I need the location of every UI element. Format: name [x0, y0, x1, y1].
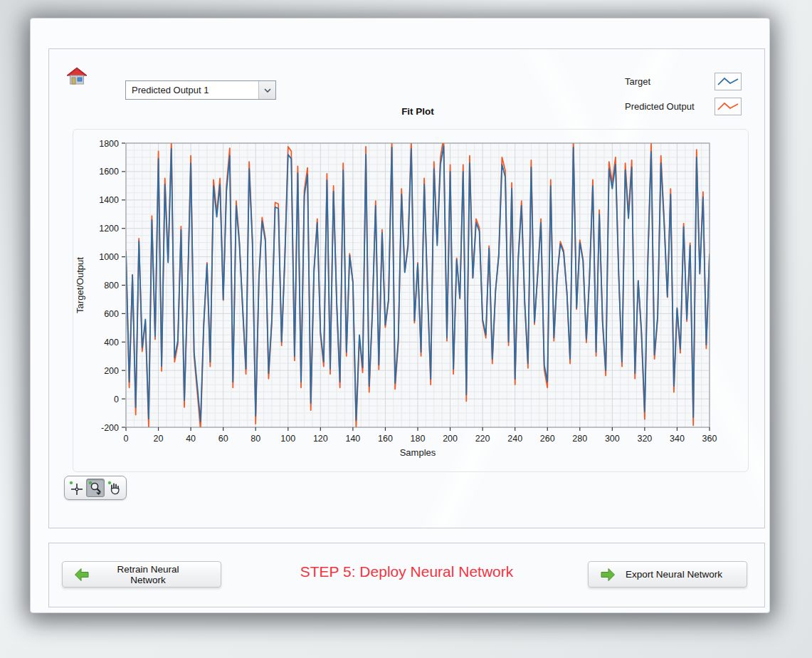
svg-text:600: 600 — [104, 309, 119, 319]
svg-text:200: 200 — [104, 366, 119, 376]
target-line-icon — [716, 75, 740, 89]
svg-text:120: 120 — [313, 434, 328, 444]
legend-label-target: Target — [625, 76, 650, 87]
svg-text:Samples: Samples — [400, 447, 436, 458]
legend-swatch-target[interactable] — [715, 73, 742, 90]
crosshair-icon — [68, 480, 84, 496]
svg-text:300: 300 — [605, 434, 620, 444]
svg-text:260: 260 — [540, 434, 555, 444]
svg-text:220: 220 — [475, 434, 490, 444]
retrain-button[interactable]: Retrain Neural Network — [62, 561, 221, 588]
output-selector-dropdown-button[interactable] — [258, 81, 275, 99]
svg-text:240: 240 — [507, 434, 522, 444]
svg-text:0: 0 — [124, 434, 129, 444]
fit-plot-canvas[interactable]: 0204060801001201401601802002202402602803… — [62, 126, 766, 466]
svg-text:140: 140 — [345, 434, 360, 444]
predicted-line-icon — [716, 100, 740, 114]
svg-text:280: 280 — [572, 434, 587, 444]
svg-text:20: 20 — [154, 434, 164, 444]
svg-text:80: 80 — [251, 434, 260, 444]
chevron-down-icon — [264, 88, 271, 93]
svg-text:800: 800 — [104, 281, 119, 291]
output-selector[interactable]: Predicted Output 1 — [125, 80, 276, 100]
home-button[interactable] — [66, 66, 88, 86]
legend-item-target: Target — [625, 70, 753, 95]
svg-text:320: 320 — [637, 434, 652, 444]
svg-text:1000: 1000 — [99, 252, 119, 262]
pan-tool-button[interactable] — [105, 479, 124, 497]
svg-text:1600: 1600 — [99, 167, 119, 177]
svg-text:160: 160 — [378, 434, 393, 444]
svg-text:0: 0 — [114, 395, 119, 404]
svg-text:360: 360 — [702, 434, 717, 444]
export-button-label: Export Neural Network — [626, 569, 747, 580]
svg-text:400: 400 — [104, 338, 119, 348]
home-icon — [66, 66, 88, 86]
svg-text:Target/Output: Target/Output — [75, 257, 85, 313]
arrow-right-icon — [600, 568, 616, 582]
svg-text:1200: 1200 — [99, 224, 119, 234]
svg-text:100: 100 — [280, 434, 295, 444]
step-title: STEP 5: Deploy Neural Network — [300, 563, 514, 580]
arrow-left-icon — [74, 568, 90, 582]
graph-palette — [64, 476, 127, 500]
export-button[interactable]: Export Neural Network — [588, 561, 747, 588]
svg-text:180: 180 — [411, 434, 426, 444]
chart-panel: Predicted Output 1 Target Predicted Outp… — [48, 48, 765, 528]
svg-text:1400: 1400 — [99, 195, 119, 205]
svg-text:340: 340 — [670, 434, 685, 444]
svg-text:-200: -200 — [101, 423, 119, 433]
svg-text:1800: 1800 — [99, 139, 119, 149]
magnifier-icon — [88, 480, 103, 496]
chart-title: Fit Plot — [176, 106, 660, 117]
svg-text:60: 60 — [218, 434, 228, 444]
app-window: Predicted Output 1 Target Predicted Outp… — [30, 18, 770, 613]
zoom-tool-button[interactable] — [86, 479, 105, 497]
svg-text:40: 40 — [186, 434, 196, 444]
hand-icon — [107, 480, 122, 496]
svg-text:200: 200 — [443, 434, 458, 444]
legend-swatch-predicted[interactable] — [715, 98, 742, 115]
cursor-tool-button[interactable] — [67, 479, 85, 497]
output-selector-value: Predicted Output 1 — [126, 85, 258, 95]
retrain-button-label: Retrain Neural Network — [100, 564, 221, 585]
footer-panel: Retrain Neural Network STEP 5: Deploy Ne… — [48, 543, 765, 607]
